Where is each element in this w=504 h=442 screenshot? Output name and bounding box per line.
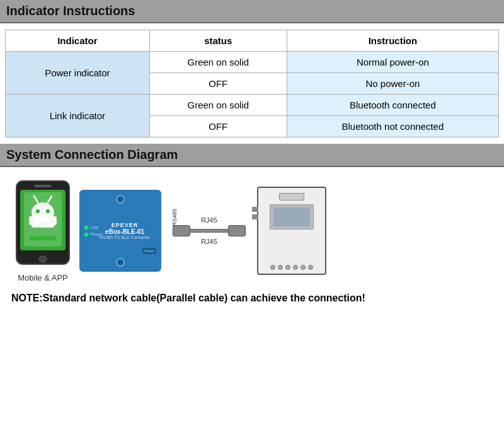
svg-rect-7	[35, 219, 38, 226]
col-header-instruction: Instruction	[287, 30, 498, 52]
power-instruction-2: No power-on	[287, 73, 498, 95]
ebox-label: EPEVER eBox-BLE-01 RS485 TO BLE Converte…	[100, 222, 151, 240]
col-header-indicator: Indicator	[6, 30, 150, 52]
rj45-left-connector	[173, 225, 190, 236]
svg-point-14	[39, 256, 47, 262]
indicator-title: Indicator Instructions	[0, 0, 504, 23]
link-instruction-1: Bluetooth connected	[287, 95, 498, 116]
phone-device: ANDROID Mobile & APP	[11, 180, 74, 282]
ebox-indicators: Link Power	[84, 225, 103, 236]
power-instruction-1: Normal power-on	[287, 52, 498, 73]
ctrl-led-3	[285, 265, 290, 270]
power-status-2: OFF	[149, 73, 287, 95]
power-indicator-label: Power indicator	[6, 52, 150, 95]
indicator-table-wrapper: Indicator status Instruction Power indic…	[0, 23, 504, 144]
ctrl-screen-inner	[273, 207, 310, 226]
ebox-link-led: Link	[84, 225, 103, 230]
indicator-section: Indicator Instructions Indicator status …	[0, 0, 504, 144]
rj45-right-label: RJ45	[201, 238, 217, 245]
col-header-status: status	[149, 30, 287, 52]
svg-rect-6	[53, 216, 57, 225]
rj45-left-label: RJ45	[201, 216, 217, 224]
diagram-section: System Connection Diagram	[0, 144, 504, 315]
phone-svg: ANDROID	[11, 180, 74, 268]
ebox-top-port	[116, 195, 125, 204]
link-status-2: OFF	[149, 116, 287, 137]
ebox-brand: EPEVER	[112, 222, 139, 228]
ctrl-led-4	[293, 265, 298, 270]
ctrl-port-1	[252, 207, 258, 212]
svg-rect-15	[34, 185, 52, 187]
ebox-bottom-port	[116, 258, 125, 267]
controller-device	[257, 187, 326, 275]
power-led-dot	[84, 233, 88, 236]
ebox-sub: RS485 TO BLE Converter	[100, 235, 151, 240]
ctrl-top-terminal	[279, 193, 304, 201]
ctrl-port-2	[252, 214, 258, 219]
svg-text:ANDROID: ANDROID	[30, 235, 56, 241]
cable-assembly	[173, 225, 246, 236]
mobile-label: Mobile & APP	[18, 273, 68, 282]
power-led-label: Power	[90, 232, 103, 236]
link-led-label: Link	[90, 225, 98, 230]
ctrl-bottom-leds	[270, 265, 313, 270]
diagram-content: ANDROID Mobile & APP	[0, 167, 504, 315]
ebox-reset-btn: Reset	[142, 248, 156, 254]
diagram-area: ANDROID Mobile & APP	[5, 172, 499, 286]
ebox-model: eBox-BLE-01	[105, 228, 144, 235]
table-row: Power indicator Green on solid Normal po…	[6, 52, 499, 73]
ebox-device: Link Power RS485 EPEVER eBox-BLE-01 RS48	[79, 190, 161, 272]
cable-line	[190, 229, 228, 233]
power-status-1: Green on solid	[149, 52, 287, 73]
ctrl-led-6	[308, 265, 313, 270]
ebox-device-wrap: Link Power RS485 EPEVER eBox-BLE-01 RS48	[79, 190, 161, 272]
svg-rect-5	[29, 216, 33, 225]
ebox-power-led: Power	[84, 232, 103, 236]
indicator-table: Indicator status Instruction Power indic…	[5, 30, 499, 137]
ctrl-side-ports	[252, 207, 258, 219]
link-instruction-2: Bluetooth not connected	[287, 116, 498, 137]
note-text: NOTE:Standard network cable(Parallel cab…	[5, 286, 499, 312]
link-led-dot	[84, 226, 88, 230]
ctrl-led-5	[301, 265, 306, 270]
table-row: Link indicator Green on solid Bluetooth …	[6, 95, 499, 116]
ctrl-led-2	[278, 265, 283, 270]
rj45-right-connector	[228, 225, 246, 236]
ctrl-led-1	[270, 265, 275, 270]
rs485-label: RS485	[171, 209, 178, 226]
controller-device-wrap	[257, 187, 326, 275]
cable-section: RJ45 RJ45	[173, 216, 246, 245]
svg-point-9	[36, 209, 40, 213]
svg-rect-8	[47, 219, 51, 226]
link-status-1: Green on solid	[149, 95, 287, 116]
diagram-title: System Connection Diagram	[0, 144, 504, 167]
rj45-left-group: RJ45 RJ45	[173, 216, 246, 245]
ctrl-screen	[270, 204, 314, 230]
svg-point-10	[46, 209, 50, 213]
link-indicator-label: Link indicator	[6, 95, 150, 137]
